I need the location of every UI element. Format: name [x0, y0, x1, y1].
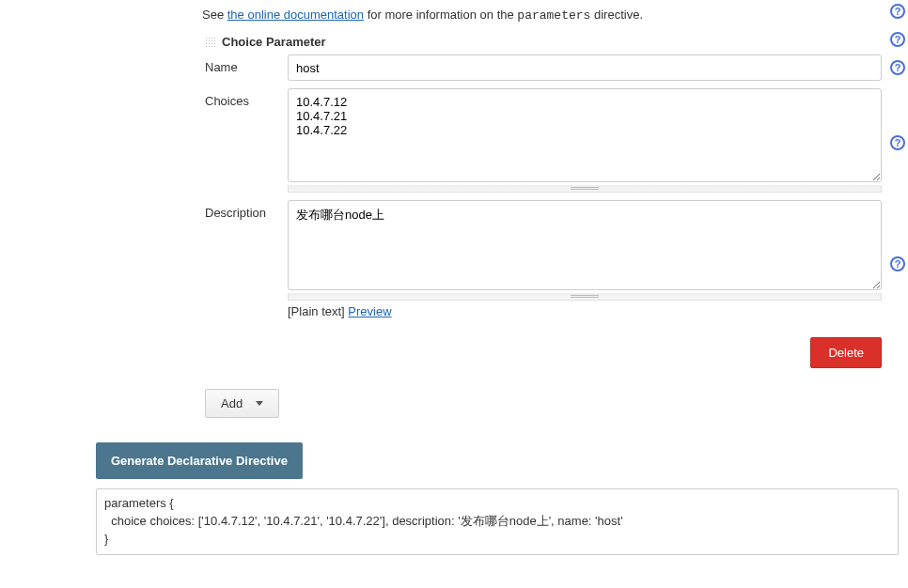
- help-icon[interactable]: ?: [890, 4, 905, 19]
- plain-text-label: [Plain text]: [288, 304, 348, 318]
- choices-textarea[interactable]: [288, 88, 882, 182]
- param-header: Choice Parameter: [205, 32, 882, 54]
- name-input[interactable]: [288, 54, 882, 81]
- choices-label: Choices: [205, 88, 288, 108]
- help-icon[interactable]: ?: [890, 32, 905, 47]
- name-label: Name: [205, 54, 288, 74]
- output-box[interactable]: parameters { choice choices: ['10.4.7.12…: [96, 488, 899, 555]
- description-label: Description: [205, 200, 288, 220]
- format-line: [Plain text] Preview: [288, 304, 882, 318]
- description-textarea[interactable]: [288, 200, 882, 290]
- resize-handle[interactable]: [288, 185, 882, 193]
- add-button[interactable]: Add: [205, 389, 279, 418]
- delete-button[interactable]: Delete: [810, 337, 882, 368]
- chevron-down-icon: [256, 401, 263, 406]
- info-code: parameters: [517, 8, 590, 23]
- generate-button[interactable]: Generate Declarative Directive: [96, 442, 303, 479]
- param-title: Choice Parameter: [222, 35, 326, 49]
- help-icon[interactable]: ?: [890, 60, 905, 75]
- help-icon[interactable]: ?: [890, 135, 905, 150]
- resize-handle[interactable]: [288, 293, 882, 301]
- drag-handle-icon[interactable]: [205, 37, 216, 48]
- online-docs-link[interactable]: the online documentation: [227, 8, 364, 22]
- info-middle: for more information on the: [364, 8, 517, 22]
- info-suffix: directive.: [590, 8, 643, 22]
- info-prefix: See: [202, 8, 227, 22]
- info-text: See the online documentation for more in…: [0, 0, 908, 32]
- help-icon[interactable]: ?: [890, 256, 905, 271]
- preview-link[interactable]: Preview: [348, 304, 391, 318]
- add-button-label: Add: [221, 396, 243, 410]
